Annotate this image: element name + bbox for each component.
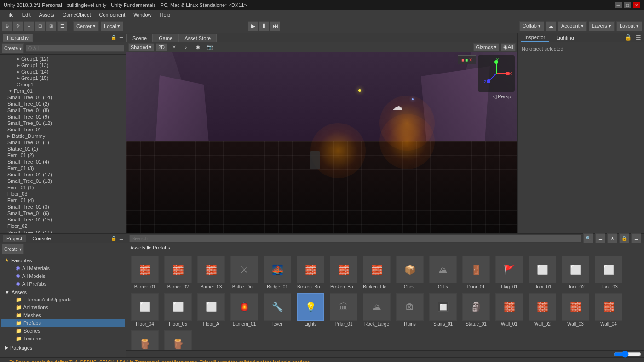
pause-button[interactable]: ⏸ [259,21,269,31]
inspector-tab[interactable]: Inspector [521,34,549,42]
list-item[interactable]: Fern_01 (2) [0,152,126,158]
project-create-btn[interactable]: Create ▾ [2,244,24,254]
list-item[interactable]: Floor_02 [0,223,126,229]
list-item[interactable]: Small_Tree_01 [0,126,126,133]
breadcrumb-prefabs[interactable]: Prefabs [153,245,170,250]
asset-wood-plan2[interactable]: 🪵 Wood_Plan... [162,329,194,350]
rect-tool[interactable]: ⊞ [46,21,56,31]
collab-dropdown[interactable]: Collab ▾ [519,21,544,31]
list-item[interactable]: Group1 [0,81,126,88]
asset-floor03[interactable]: ⬜ Floor_03 [593,255,624,290]
account-dropdown[interactable]: Account ▾ [558,21,587,31]
audio-toggle[interactable]: ♪ [181,42,191,52]
asset-wall02[interactable]: 🧱 Wall_02 [527,292,558,328]
tab-game[interactable]: Game [153,34,178,42]
list-item[interactable]: Small_Tree_01 (11) [0,229,126,233]
asset-floor01[interactable]: ⬜ Floor_01 [527,255,558,290]
all-prefabs-item[interactable]: ◉ All Prefabs [1,280,125,288]
asset-floor05[interactable]: ⬜ Floor_05 [162,292,194,328]
textures-item[interactable]: 📁 Textures [1,335,125,343]
menu-edit[interactable]: Edit [18,11,34,18]
cloud-button[interactable]: ☁ [546,21,556,31]
menu-component[interactable]: Component [95,11,129,18]
tab-console[interactable]: Console [29,235,54,242]
list-item[interactable]: Small_Tree_01 (17) [0,171,126,178]
inspector-lock-icon[interactable]: 🔒 [624,34,632,41]
inspector-menu-icon[interactable]: ☰ [636,34,641,41]
list-item[interactable]: Small_Tree_01 (15) [0,216,126,223]
list-item[interactable]: Small_Tree_01 (9) [0,113,126,120]
asset-battle-dummy[interactable]: ⚔ Battle_Du... [229,255,260,290]
assets-search-input[interactable] [129,235,581,242]
list-item[interactable]: ▶Battle_Dummy [0,133,126,139]
hierarchy-lock-icon[interactable]: 🔒 [111,35,116,40]
assets-star-btn[interactable]: ★ [607,233,617,243]
lighting-toggle[interactable]: ☀ [169,42,179,52]
fx-toggle[interactable]: ◉ [193,42,203,52]
list-item[interactable]: Fern_01 (1) [0,184,126,191]
maximize-button[interactable]: □ [624,2,631,8]
assets-lock-btn[interactable]: 🔒 [619,233,629,243]
project-menu-icon[interactable]: ☰ [119,236,123,241]
render-mode-dropdown[interactable]: Shaded ▾ [128,43,154,51]
list-item[interactable]: ▶Group1 (13) [0,62,126,68]
menu-gameobject[interactable]: GameObject [59,11,95,18]
asset-floor04[interactable]: ⬜ Floor_04 [129,292,161,328]
list-item[interactable]: Small_Tree_01 (1) [0,139,126,146]
list-item[interactable]: Statue_01 (1) [0,146,126,152]
all-objects-filter[interactable]: ◉All [501,43,516,51]
menu-window[interactable]: Window [130,11,155,18]
minimize-button[interactable]: ─ [615,2,622,8]
terrain-item[interactable]: 📁 _TerrainAutoUpgrade [1,296,125,304]
list-item[interactable]: Small_Tree_01 (3) [0,204,126,210]
list-item[interactable]: Small_Tree_01 (13) [0,178,126,184]
packages-header[interactable]: ▶Packages [1,344,125,351]
assets-tree-header[interactable]: ▼Assets [1,288,125,296]
prefabs-item[interactable]: 📁 Prefabs [1,319,125,327]
play-button[interactable]: ▶ [248,21,258,31]
meshes-item[interactable]: 📁 Meshes [1,311,125,319]
list-item[interactable]: ▼Fern_01 [0,88,126,94]
asset-lantern01[interactable]: 🏮 Lantern_01 [229,292,260,328]
asset-broken-bridge1[interactable]: 🧱 Broken_Bri... [295,255,326,290]
favorites-header[interactable]: ★ Favorites [1,256,125,264]
scenes-item[interactable]: 📁 Scenes [1,327,125,335]
animations-item[interactable]: 📁 Animations [1,304,125,311]
tab-project[interactable]: Project [3,235,26,242]
asset-wall03[interactable]: 🧱 Wall_03 [560,292,591,328]
asset-broken-floor[interactable]: 🧱 Broken_Flo... [361,255,392,290]
hand-tool[interactable]: ⊕ [2,21,12,31]
asset-barrier03[interactable]: 🧱 Barrier_03 [196,255,227,290]
breadcrumb-assets[interactable]: Assets [130,245,145,250]
layers-dropdown[interactable]: Layers ▾ [589,21,615,31]
list-item[interactable]: Small_Tree_01 (2) [0,101,126,107]
asset-barrier02[interactable]: 🧱 Barrier_02 [162,255,194,290]
assets-size-slider[interactable] [614,351,641,358]
list-item[interactable]: Floor_03 [0,191,126,197]
asset-broken-bridge2[interactable]: 🧱 Broken_Bri... [328,255,359,290]
menu-assets[interactable]: Assets [35,11,58,18]
list-item[interactable]: Fern_01 (4) [0,197,126,204]
hierarchy-tab[interactable]: Hierarchy [3,34,33,42]
menu-help[interactable]: Help [156,11,174,18]
asset-door01[interactable]: 🚪 Door_01 [460,255,492,290]
layout-dropdown[interactable]: Layout ▾ [616,21,642,31]
asset-cliffs[interactable]: ⛰ Cliffs [427,255,459,290]
asset-floor02[interactable]: ⬜ Floor_02 [560,255,591,290]
hierarchy-create-btn[interactable]: Create ▾ [2,43,24,53]
list-item[interactable]: Small_Tree_01 (4) [0,158,126,165]
asset-ruins[interactable]: 🏚 Ruins [394,292,426,328]
hierarchy-menu-icon[interactable]: ☰ [119,35,123,40]
list-item[interactable]: ▶Group1 (12) [0,56,126,62]
gizmos-dropdown[interactable]: Gizmos ▾ [473,43,499,51]
lighting-tab[interactable]: Lighting [552,34,578,41]
asset-flag01[interactable]: 🚩 Flag_01 [494,255,525,290]
asset-stairs01[interactable]: 🔲 Stairs_01 [427,292,459,328]
asset-wall01[interactable]: 🧱 Wall_01 [494,292,525,328]
close-button[interactable]: ✕ [633,2,640,8]
list-item[interactable]: Small_Tree_01 (6) [0,210,126,216]
assets-filter-btn[interactable]: ☰ [595,233,605,243]
all-materials-item[interactable]: ◉ All Materials [1,264,125,272]
asset-barrier01[interactable]: 🧱 Barrier_01 [129,255,161,290]
transform-tool[interactable]: ☰ [57,21,67,31]
